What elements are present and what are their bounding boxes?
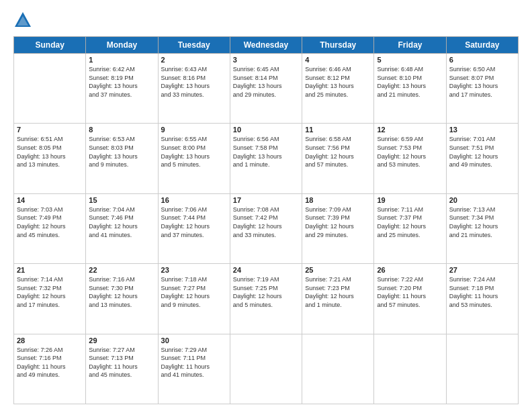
day-number: 13 [449,126,515,134]
calendar-cell: 11Sunrise: 6:58 AM Sunset: 7:56 PM Dayli… [302,124,374,193]
calendar-cell: 27Sunrise: 7:24 AM Sunset: 7:18 PM Dayli… [446,264,518,334]
calendar-cell: 21Sunrise: 7:14 AM Sunset: 7:32 PM Dayli… [14,264,86,334]
day-number: 1 [89,56,154,64]
day-number: 3 [233,56,299,64]
day-info: Sunrise: 6:46 AM Sunset: 8:12 PM Dayligh… [305,65,371,99]
day-info: Sunrise: 6:51 AM Sunset: 8:05 PM Dayligh… [17,135,83,169]
calendar-cell: 5Sunrise: 6:48 AM Sunset: 8:10 PM Daylig… [374,54,446,124]
day-info: Sunrise: 7:19 AM Sunset: 7:25 PM Dayligh… [233,275,299,309]
day-number: 5 [377,56,443,64]
page: SundayMondayTuesdayWednesdayThursdayFrid… [0,0,532,411]
calendar-cell: 20Sunrise: 7:13 AM Sunset: 7:34 PM Dayli… [446,193,518,263]
day-number: 28 [17,336,83,345]
calendar-cell: 26Sunrise: 7:22 AM Sunset: 7:20 PM Dayli… [374,264,446,334]
calendar-cell [374,334,446,404]
day-info: Sunrise: 7:18 AM Sunset: 7:27 PM Dayligh… [161,275,227,309]
calendar-cell: 15Sunrise: 7:04 AM Sunset: 7:46 PM Dayli… [86,193,158,263]
calendar-week-3: 14Sunrise: 7:03 AM Sunset: 7:49 PM Dayli… [14,193,519,263]
day-info: Sunrise: 7:06 AM Sunset: 7:44 PM Dayligh… [161,205,227,239]
day-info: Sunrise: 7:11 AM Sunset: 7:37 PM Dayligh… [377,205,443,239]
calendar-cell: 30Sunrise: 7:29 AM Sunset: 7:11 PM Dayli… [158,334,230,404]
day-info: Sunrise: 7:29 AM Sunset: 7:11 PM Dayligh… [161,346,227,379]
calendar-cell: 29Sunrise: 7:27 AM Sunset: 7:13 PM Dayli… [86,334,158,404]
day-number: 9 [161,126,227,134]
calendar-cell [14,54,86,124]
day-number: 24 [233,266,299,274]
calendar-cell: 6Sunrise: 6:50 AM Sunset: 8:07 PM Daylig… [446,54,518,124]
weekday-header-tuesday: Tuesday [158,37,230,54]
day-number: 22 [89,266,154,274]
logo-icon [13,11,32,30]
calendar-week-4: 21Sunrise: 7:14 AM Sunset: 7:32 PM Dayli… [14,264,519,334]
header [13,11,519,30]
day-info: Sunrise: 6:45 AM Sunset: 8:14 PM Dayligh… [233,65,299,99]
calendar-cell: 28Sunrise: 7:26 AM Sunset: 7:16 PM Dayli… [14,334,86,404]
calendar-cell [230,334,302,404]
weekday-header-thursday: Thursday [302,37,374,54]
calendar-cell: 9Sunrise: 6:55 AM Sunset: 8:00 PM Daylig… [158,124,230,193]
day-number: 29 [89,336,154,345]
day-info: Sunrise: 6:55 AM Sunset: 8:00 PM Dayligh… [161,135,227,169]
calendar-cell: 10Sunrise: 6:56 AM Sunset: 7:58 PM Dayli… [230,124,302,193]
day-info: Sunrise: 7:04 AM Sunset: 7:46 PM Dayligh… [89,205,154,239]
day-info: Sunrise: 6:59 AM Sunset: 7:53 PM Dayligh… [377,135,443,169]
day-number: 7 [17,126,83,134]
weekday-header-saturday: Saturday [446,37,518,54]
day-info: Sunrise: 6:48 AM Sunset: 8:10 PM Dayligh… [377,65,443,99]
calendar-table: SundayMondayTuesdayWednesdayThursdayFrid… [13,36,519,404]
calendar-week-2: 7Sunrise: 6:51 AM Sunset: 8:05 PM Daylig… [14,124,519,193]
day-number: 30 [161,336,227,345]
day-number: 18 [305,196,371,204]
weekday-header-row: SundayMondayTuesdayWednesdayThursdayFrid… [14,37,519,54]
day-number: 4 [305,56,371,64]
calendar-cell: 19Sunrise: 7:11 AM Sunset: 7:37 PM Dayli… [374,193,446,263]
day-info: Sunrise: 7:16 AM Sunset: 7:30 PM Dayligh… [89,275,154,309]
calendar-cell: 23Sunrise: 7:18 AM Sunset: 7:27 PM Dayli… [158,264,230,334]
calendar-cell [446,334,518,404]
day-info: Sunrise: 6:58 AM Sunset: 7:56 PM Dayligh… [305,135,371,169]
day-info: Sunrise: 6:56 AM Sunset: 7:58 PM Dayligh… [233,135,299,169]
calendar-cell: 4Sunrise: 6:46 AM Sunset: 8:12 PM Daylig… [302,54,374,124]
calendar-cell: 12Sunrise: 6:59 AM Sunset: 7:53 PM Dayli… [374,124,446,193]
day-info: Sunrise: 6:50 AM Sunset: 8:07 PM Dayligh… [449,65,515,99]
day-info: Sunrise: 7:09 AM Sunset: 7:39 PM Dayligh… [305,205,371,239]
weekday-header-wednesday: Wednesday [230,37,302,54]
calendar-cell: 3Sunrise: 6:45 AM Sunset: 8:14 PM Daylig… [230,54,302,124]
day-number: 25 [305,266,371,274]
weekday-header-sunday: Sunday [14,37,86,54]
calendar-cell: 14Sunrise: 7:03 AM Sunset: 7:49 PM Dayli… [14,193,86,263]
day-info: Sunrise: 7:08 AM Sunset: 7:42 PM Dayligh… [233,205,299,239]
calendar-cell: 22Sunrise: 7:16 AM Sunset: 7:30 PM Dayli… [86,264,158,334]
day-info: Sunrise: 7:01 AM Sunset: 7:51 PM Dayligh… [449,135,515,169]
calendar-cell: 7Sunrise: 6:51 AM Sunset: 8:05 PM Daylig… [14,124,86,193]
day-number: 19 [377,196,443,204]
day-number: 10 [233,126,299,134]
day-info: Sunrise: 7:21 AM Sunset: 7:23 PM Dayligh… [305,275,371,309]
day-number: 16 [161,196,227,204]
day-info: Sunrise: 7:22 AM Sunset: 7:20 PM Dayligh… [377,275,443,309]
calendar-cell: 8Sunrise: 6:53 AM Sunset: 8:03 PM Daylig… [86,124,158,193]
day-number: 2 [161,56,227,64]
day-info: Sunrise: 6:53 AM Sunset: 8:03 PM Dayligh… [89,135,154,169]
day-number: 15 [89,196,154,204]
day-number: 8 [89,126,154,134]
day-info: Sunrise: 7:13 AM Sunset: 7:34 PM Dayligh… [449,205,515,239]
day-number: 26 [377,266,443,274]
day-number: 21 [17,266,83,274]
day-info: Sunrise: 7:26 AM Sunset: 7:16 PM Dayligh… [17,346,83,379]
day-info: Sunrise: 6:42 AM Sunset: 8:19 PM Dayligh… [89,65,154,99]
day-number: 27 [449,266,515,274]
day-number: 23 [161,266,227,274]
calendar-week-1: 1Sunrise: 6:42 AM Sunset: 8:19 PM Daylig… [14,54,519,124]
day-number: 12 [377,126,443,134]
calendar-cell: 13Sunrise: 7:01 AM Sunset: 7:51 PM Dayli… [446,124,518,193]
calendar-cell: 17Sunrise: 7:08 AM Sunset: 7:42 PM Dayli… [230,193,302,263]
calendar-cell: 1Sunrise: 6:42 AM Sunset: 8:19 PM Daylig… [86,54,158,124]
day-number: 20 [449,196,515,204]
weekday-header-friday: Friday [374,37,446,54]
day-info: Sunrise: 7:27 AM Sunset: 7:13 PM Dayligh… [89,346,154,379]
day-number: 17 [233,196,299,204]
logo [13,11,35,30]
calendar-cell: 25Sunrise: 7:21 AM Sunset: 7:23 PM Dayli… [302,264,374,334]
calendar-cell: 24Sunrise: 7:19 AM Sunset: 7:25 PM Dayli… [230,264,302,334]
